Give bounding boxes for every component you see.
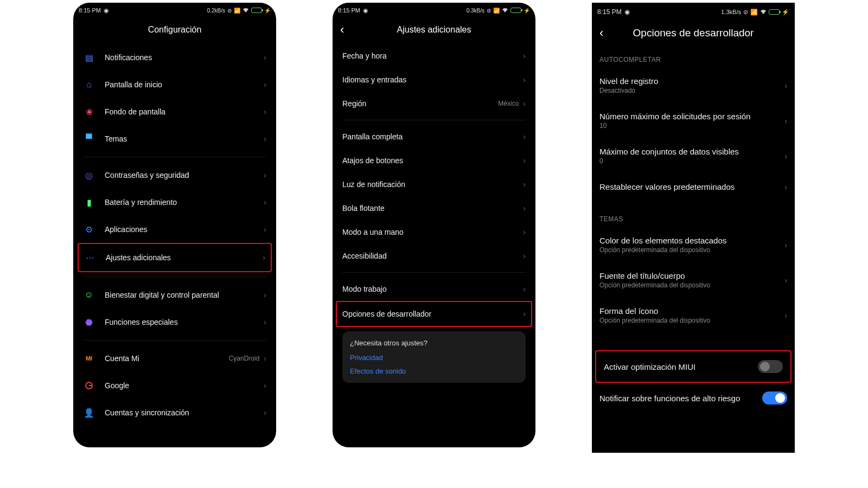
row-fondo-pantalla[interactable]: ❀ Fondo de pantalla › [78, 98, 272, 125]
row-atajos-botones[interactable]: Atajos de botones › [337, 149, 531, 172]
chevron-right-icon: › [523, 204, 526, 213]
row-restablecer[interactable]: Restablecer valores predeterminados › [592, 174, 795, 200]
back-button[interactable]: ‹ [599, 26, 603, 40]
phone-developer-options: 8:15 PM ◉ 1.3kB/s ⊘ 📶 ⚡ ‹ Opciones de de… [592, 3, 795, 453]
chevron-right-icon: › [264, 354, 266, 363]
mi-account-icon: MI [83, 352, 95, 364]
row-accesibilidad[interactable]: Accesibilidad › [337, 244, 531, 268]
row-nivel-registro[interactable]: Nivel de registro Desactivado › [592, 68, 795, 103]
row-aplicaciones[interactable]: ⚙ Aplicaciones › [78, 216, 272, 243]
link-privacidad[interactable]: Privacidad [350, 354, 518, 362]
row-region[interactable]: Región México › [337, 92, 531, 115]
toggle-notificar-alto-riesgo[interactable] [762, 391, 787, 404]
chevron-right-icon: › [523, 99, 526, 108]
row-ajustes-adicionales[interactable]: ⋯ Ajustes adicionales › [79, 244, 271, 271]
battery-icon [510, 8, 521, 13]
signal-icon: 📶 [750, 9, 758, 16]
charging-icon: ⚡ [264, 8, 271, 14]
chevron-right-icon: › [264, 107, 266, 116]
dnd-icon: ◉ [363, 7, 368, 14]
link-efectos-sonido[interactable]: Efectos de sonido [350, 367, 518, 375]
row-optimizacion-miui[interactable]: Activar optimización MIUI [596, 351, 790, 382]
row-bola-flotante[interactable]: Bola flotante › [337, 196, 531, 220]
row-notificar-alto-riesgo[interactable]: Notificar sobre funciones de alto riesgo [592, 383, 795, 413]
chevron-right-icon: › [523, 156, 526, 165]
row-fuente-titulo[interactable]: Fuente del título/cuerpo Opción predeter… [592, 262, 795, 298]
back-button[interactable]: ‹ [340, 23, 344, 37]
row-notificaciones[interactable]: ▤ Notificaciones › [78, 44, 272, 71]
wellbeing-icon: ☺ [83, 289, 95, 301]
row-color-destacados[interactable]: Color de los elementos destacados Opción… [592, 227, 795, 262]
chevron-right-icon: › [264, 80, 266, 89]
charging-icon: ⚡ [782, 9, 789, 16]
chevron-right-icon: › [523, 285, 526, 293]
chevron-right-icon: › [264, 53, 266, 62]
row-max-solicitudes[interactable]: Número máximo de solicitudes por sesión … [592, 103, 795, 138]
alarm-off-icon: ⊘ [487, 8, 491, 14]
chevron-right-icon: › [264, 134, 266, 143]
highlight-ajustes-adicionales: ⋯ Ajustes adicionales › [78, 243, 272, 272]
special-features-icon: ⬣ [83, 316, 95, 328]
chevron-right-icon: › [264, 408, 266, 417]
row-bienestar[interactable]: ☺ Bienestar digital y control parental › [78, 281, 272, 309]
row-cuenta-mi[interactable]: MI Cuenta Mi CyanDroid › [78, 345, 272, 372]
chevron-right-icon: › [523, 75, 526, 84]
row-modo-una-mano[interactable]: Modo a una mano › [337, 220, 531, 244]
row-forma-icono[interactable]: Forma del ícono Opción predeterminada de… [592, 298, 795, 333]
apps-icon: ⚙ [83, 223, 95, 235]
chevron-right-icon: › [523, 228, 526, 236]
status-bar: 8:15 PM ◉ 0.2kB/s ⊘ 📶 ⚡ [73, 3, 276, 16]
toggle-optimizacion-miui[interactable] [758, 360, 783, 373]
chevron-right-icon: › [784, 81, 787, 90]
status-time: 8:15 PM [338, 7, 360, 14]
row-bateria[interactable]: ▮ Batería y rendimiento › [78, 189, 272, 216]
row-opciones-desarrollador[interactable]: Opciones de desarrollador › [337, 302, 531, 326]
chevron-right-icon: › [264, 225, 266, 234]
charging-icon: ⚡ [524, 8, 530, 14]
chevron-right-icon: › [784, 117, 787, 125]
status-data-rate: 0.3kB/s [467, 8, 484, 14]
status-data-rate: 0.2kB/s [207, 8, 225, 14]
battery-icon: ▮ [83, 196, 95, 208]
page-title: Configuración [148, 25, 202, 35]
row-pantalla-inicio[interactable]: ⌂ Pantalla de inicio › [78, 71, 272, 98]
card-question: ¿Necesita otros ajustes? [350, 339, 518, 347]
row-max-conjuntos[interactable]: Máximo de conjuntos de datos visibles 0 … [592, 138, 795, 174]
alarm-off-icon: ⊘ [227, 8, 232, 14]
chevron-right-icon: › [784, 241, 787, 249]
divider [83, 340, 266, 341]
row-pantalla-completa[interactable]: Pantalla completa › [337, 125, 531, 149]
status-data-rate: 1.3kB/s [721, 9, 741, 15]
row-luz-notificacion[interactable]: Luz de notificación › [337, 172, 531, 196]
row-funciones-especiales[interactable]: ⬣ Funciones especiales › [78, 309, 272, 336]
dnd-icon: ◉ [104, 7, 109, 14]
wallpaper-icon: ❀ [83, 106, 95, 118]
security-icon: ◎ [83, 169, 95, 181]
page-title: Opciones de desarrollador [633, 27, 754, 39]
row-fecha-hora[interactable]: Fecha y hora › [337, 44, 531, 68]
divider [342, 120, 526, 120]
dnd-icon: ◉ [624, 8, 630, 16]
wifi-icon [502, 8, 508, 13]
highlight-optimizacion-miui: Activar optimización MIUI [595, 350, 792, 383]
other-settings-card: ¿Necesita otros ajustes? Privacidad Efec… [342, 331, 526, 383]
row-google[interactable]: Google › [78, 372, 272, 399]
status-bar: 8:15 PM ◉ 0.3kB/s ⊘ 📶 ⚡ [333, 3, 535, 16]
status-time: 8:15 PM [79, 7, 101, 14]
phone-additional-settings: 8:15 PM ◉ 0.3kB/s ⊘ 📶 ⚡ ‹ Ajustes adicio… [333, 3, 535, 447]
row-modo-trabajo[interactable]: Modo trabajo › [337, 277, 531, 301]
chevron-right-icon: › [264, 171, 266, 179]
row-cuentas-sync[interactable]: 👤 Cuentas y sincronización › [78, 399, 272, 426]
divider [83, 277, 266, 277]
row-temas[interactable]: ▀ Temas › [78, 125, 272, 152]
row-seguridad[interactable]: ◎ Contraseñas y seguridad › [78, 162, 272, 189]
chevron-right-icon: › [784, 311, 787, 320]
wifi-icon [242, 8, 249, 13]
chevron-right-icon: › [523, 180, 526, 189]
status-bar: 8:15 PM ◉ 1.3kB/s ⊘ 📶 ⚡ [592, 3, 795, 18]
chevron-right-icon: › [523, 132, 526, 141]
chevron-right-icon: › [523, 310, 526, 318]
row-idiomas[interactable]: Idiomas y entradas › [337, 68, 531, 92]
accounts-sync-icon: 👤 [83, 407, 95, 419]
status-time: 8:15 PM [597, 8, 622, 16]
